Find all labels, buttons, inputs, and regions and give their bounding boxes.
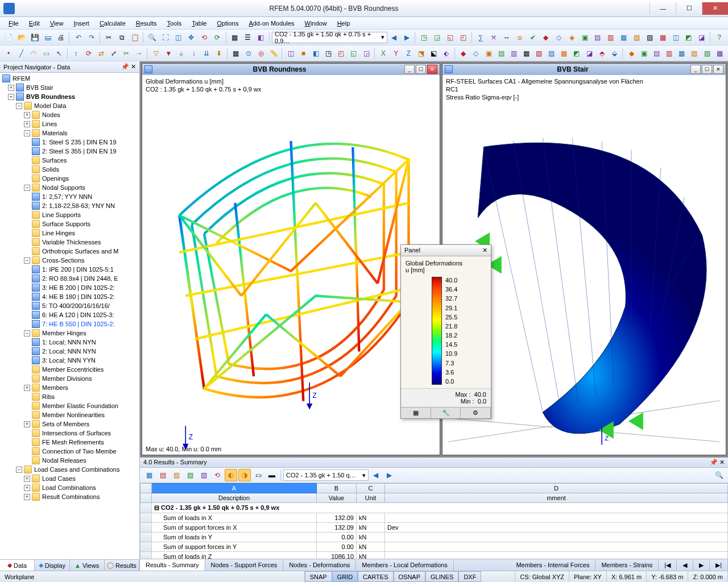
line-icon[interactable]: ╱ — [15, 47, 27, 60]
tree-item[interactable]: 3: HE B 200 | DIN 1025-2: — [0, 283, 139, 292]
xz-icon[interactable]: ⬖ — [441, 47, 452, 60]
help-icon[interactable]: ? — [713, 31, 725, 44]
mir-icon[interactable]: ⇄ — [96, 47, 107, 60]
table-row[interactable]: Sum of loads in Y0.00kN — [140, 533, 728, 542]
top-icon[interactable]: ◲ — [361, 47, 372, 60]
d4-icon[interactable]: ▤ — [495, 47, 507, 60]
d13-icon[interactable]: ⬙ — [609, 47, 620, 60]
tree-lcc[interactable]: −Load Cases and Combinations — [0, 465, 139, 474]
grid-icon[interactable]: ▦ — [230, 47, 242, 60]
tree-item[interactable]: −Materials — [0, 128, 139, 138]
tree-item[interactable]: 1: Local; NNN NYN — [0, 338, 139, 347]
copy-icon[interactable]: ⧉ — [116, 31, 128, 44]
rtab-memstr[interactable]: Members - Strains — [595, 559, 659, 571]
rt-btn1-icon[interactable]: ▦ — [143, 469, 155, 481]
rtab-nav-last[interactable]: ▶| — [710, 559, 728, 571]
res12-icon[interactable]: ◩ — [683, 31, 695, 44]
tree-lcc-item[interactable]: +Load Cases — [0, 474, 139, 483]
status-cartes[interactable]: CARTES — [358, 571, 393, 582]
d8-icon[interactable]: ▨ — [546, 47, 557, 60]
osnap-icon[interactable]: ◎ — [255, 47, 267, 60]
table-row[interactable]: Sum of support forces in X132.09kNDev — [140, 523, 728, 533]
tree-item[interactable]: 1: IPE 200 | DIN 1025-5:1 — [0, 265, 139, 274]
tree-item[interactable]: 2: Steel S 355 | DIN EN 19 — [0, 147, 139, 156]
tree-root[interactable]: RFEM — [0, 74, 139, 83]
trim-icon[interactable]: ✂ — [121, 47, 132, 60]
menu-file[interactable]: File — [3, 19, 24, 28]
col-c[interactable]: C — [357, 484, 385, 493]
tree-item[interactable]: 7: HE B 550 | DIN 1025-2: — [0, 319, 139, 329]
view2-min-button[interactable]: _ — [690, 65, 701, 74]
rt-btn8-icon[interactable]: ◑ — [238, 469, 251, 481]
header-unit[interactable]: Unit — [357, 493, 385, 503]
zoomwin-icon[interactable]: ◫ — [172, 31, 184, 44]
tree-modeldata[interactable]: −Model Data — [0, 101, 139, 110]
e5-icon[interactable]: ▦ — [676, 47, 688, 60]
tree-item[interactable]: Orthotropic Surfaces and M — [0, 247, 139, 256]
tree-item[interactable]: FE Mesh Refinements — [0, 438, 139, 447]
res10-icon[interactable]: ▩ — [657, 31, 669, 44]
sect-icon[interactable]: ⧇ — [514, 31, 526, 44]
view1-min-button[interactable]: _ — [404, 65, 415, 74]
header-value[interactable]: Value — [317, 493, 357, 503]
tree-item[interactable]: Solids — [0, 165, 139, 174]
rtab-nav-next[interactable]: ▶ — [693, 559, 710, 571]
d11-icon[interactable]: ◪ — [584, 47, 595, 60]
d12-icon[interactable]: ⬘ — [596, 47, 607, 60]
prev-lc-icon[interactable]: ◀ — [388, 31, 400, 44]
menu-view[interactable]: View — [45, 19, 69, 28]
pan-icon[interactable]: ✥ — [185, 31, 197, 44]
scale-icon[interactable]: ⤢ — [108, 47, 119, 60]
tree-item[interactable]: 1: 2,57; YYY NNN — [0, 192, 139, 201]
navigator-tree[interactable]: RFEM +BVB Stair −BVB Roundness −Model Da… — [0, 73, 139, 559]
res1-icon[interactable]: ◆ — [540, 31, 552, 44]
cube4-icon[interactable]: ◰ — [457, 31, 469, 44]
results-lc-dropdown[interactable]: CO2 - 1.35 gk + 1.50 q…▾ — [283, 469, 369, 481]
rt-btn4-icon[interactable]: ▧ — [184, 469, 196, 481]
res7-icon[interactable]: ▦ — [618, 31, 630, 44]
d6-icon[interactable]: ▦ — [520, 47, 532, 60]
save-icon[interactable]: 💾 — [29, 31, 41, 44]
maximize-button[interactable]: ☐ — [676, 2, 702, 15]
res4-icon[interactable]: ▣ — [579, 31, 591, 44]
panel-close-icon[interactable]: ✕ — [482, 247, 487, 254]
rtab-memdef[interactable]: Members - Local Deformations — [356, 559, 453, 571]
d2-icon[interactable]: ◇ — [470, 47, 482, 60]
e1-icon[interactable]: ◆ — [626, 47, 637, 60]
tree-item[interactable]: Member Nonlinearities — [0, 410, 139, 419]
d7-icon[interactable]: ▧ — [533, 47, 544, 60]
tree-item[interactable]: +Lines — [0, 119, 139, 128]
rtab-nav-prev[interactable]: ◀ — [677, 559, 693, 571]
menu-window[interactable]: Window — [300, 19, 332, 28]
xax-icon[interactable]: X — [378, 47, 389, 60]
ext-icon[interactable]: → — [133, 47, 144, 60]
snap-icon[interactable]: ⊙ — [243, 47, 254, 60]
rt-btn7-icon[interactable]: ◐ — [225, 469, 237, 481]
res6-icon[interactable]: ▥ — [605, 31, 617, 44]
panel-tab-2[interactable]: 🔧 — [431, 408, 461, 418]
header-description[interactable]: Description — [152, 493, 317, 503]
calc-icon[interactable]: ∑ — [475, 31, 487, 44]
panel-tab-3[interactable]: ⚙ — [461, 408, 491, 418]
e4-icon[interactable]: ▥ — [664, 47, 675, 60]
tree-item[interactable]: Openings — [0, 174, 139, 183]
view1-max-button[interactable]: ☐ — [416, 65, 426, 74]
tree-item[interactable]: Line Supports — [0, 210, 139, 219]
results-table[interactable]: A B C D Description Value Unit mment ⊟ C… — [140, 483, 728, 559]
table-row[interactable]: Sum of support forces in Y0.00kN — [140, 542, 728, 552]
rtab-nav-first[interactable]: |◀ — [659, 559, 677, 571]
menu-options[interactable]: Options — [212, 19, 243, 28]
tree-lcc-item[interactable]: +Result Combinations — [0, 492, 139, 501]
menu-tools[interactable]: Tools — [162, 19, 187, 28]
rt-btn10-icon[interactable]: ▬ — [266, 469, 278, 481]
status-dxf[interactable]: DXF — [458, 571, 481, 582]
rt-find-icon[interactable]: 🔍 — [713, 469, 725, 481]
tree-item[interactable]: Member Eccentricities — [0, 365, 139, 374]
surf-icon[interactable]: ▭ — [40, 47, 52, 60]
tree-item[interactable]: −Cross-Sections — [0, 256, 139, 265]
tree-model-roundness[interactable]: −BVB Roundness — [0, 92, 139, 101]
menu-insert[interactable]: Insert — [68, 19, 94, 28]
legend-panel[interactable]: Panel ✕ Global Deformations u [mm] 40.03… — [400, 244, 491, 419]
print-icon[interactable]: 🖨 — [55, 31, 67, 44]
status-grid[interactable]: GRID — [332, 571, 358, 582]
